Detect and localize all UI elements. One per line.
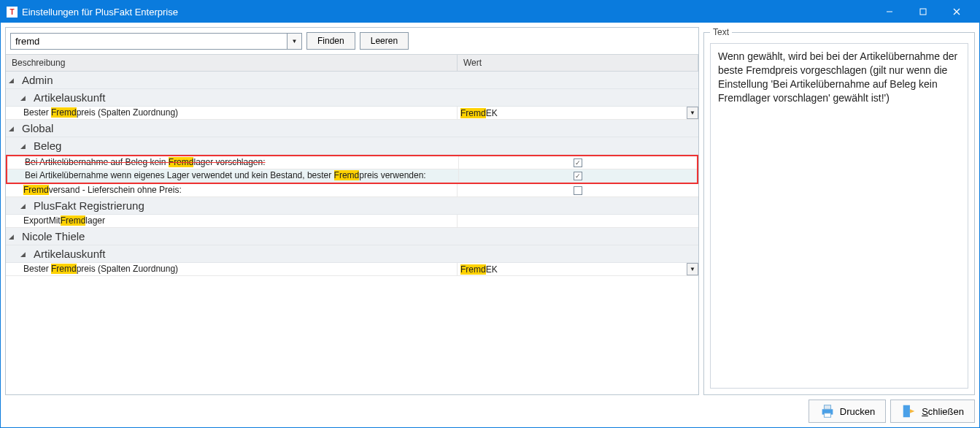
group-plusfakt-registrierung[interactable]: ◢ PlusFakt Registrierung xyxy=(6,197,698,215)
cell-wert[interactable] xyxy=(458,215,698,227)
chevron-down-icon: ◢ xyxy=(9,233,19,240)
cell-wert[interactable]: ✓ xyxy=(459,169,697,182)
close-label: Schließen xyxy=(922,406,964,417)
group-beleg[interactable]: ◢ Beleg xyxy=(6,137,698,155)
group-admin[interactable]: ◢ Admin xyxy=(6,72,698,89)
search-input[interactable] xyxy=(11,34,287,49)
chevron-down-icon: ◢ xyxy=(20,142,31,150)
description-text[interactable]: Wenn gewählt, wird bei bei der Artikelüb… xyxy=(710,43,968,389)
group-artikelauskunft-1[interactable]: ◢ Artikelauskunft xyxy=(6,89,698,107)
svg-rect-1 xyxy=(920,9,926,15)
window-title: Einstellungen für PlusFakt Enterprise xyxy=(22,7,178,18)
group-label: Artikelauskunft xyxy=(34,91,105,104)
maximize-button[interactable] xyxy=(906,1,940,23)
cell-wert[interactable]: ✓ xyxy=(459,156,697,169)
print-label: Drucken xyxy=(840,406,875,417)
search-bar: ▼ Finden Leeren xyxy=(6,28,698,54)
cell-desc: Fremdversand - Lieferschein ohne Preis: xyxy=(6,184,458,196)
checkbox-checked-icon[interactable]: ✓ xyxy=(574,172,582,180)
group-global[interactable]: ◢ Global xyxy=(6,120,698,137)
column-header-desc[interactable]: Beschreibung xyxy=(6,55,458,71)
search-input-wrap[interactable]: ▼ xyxy=(10,33,302,50)
group-nicole-thiele[interactable]: ◢ Nicole Thiele xyxy=(6,228,698,245)
checkbox-checked-icon[interactable]: ✓ xyxy=(574,158,582,167)
cell-wert[interactable]: FremdEK▼ xyxy=(458,107,698,119)
titlebar: T Einstellungen für PlusFakt Enterprise xyxy=(1,1,979,23)
settings-grid-panel: ▼ Finden Leeren Beschreibung Wert ◢ Admi… xyxy=(5,27,699,395)
svg-rect-5 xyxy=(824,405,830,410)
printer-icon xyxy=(819,403,836,419)
group-label: Global xyxy=(22,122,53,134)
row-fremdversand[interactable]: Fremdversand - Lieferschein ohne Preis: xyxy=(6,184,698,197)
chevron-down-icon: ◢ xyxy=(20,251,31,258)
group-label: Beleg xyxy=(34,140,61,152)
app-icon: T xyxy=(7,7,18,18)
text-panel-legend: Text xyxy=(710,27,732,37)
clear-button[interactable]: Leeren xyxy=(360,32,409,50)
svg-rect-6 xyxy=(824,413,830,418)
cell-wert[interactable]: FremdEK▼ xyxy=(458,263,698,275)
find-button[interactable]: Finden xyxy=(306,32,355,50)
chevron-down-icon: ◢ xyxy=(20,94,31,102)
cell-desc: Bester Fremdpreis (Spalten Zuordnung) xyxy=(6,263,458,275)
cell-wert[interactable] xyxy=(458,184,698,196)
print-button[interactable]: Drucken xyxy=(809,400,886,423)
column-header-wert[interactable]: Wert xyxy=(458,55,698,71)
cell-desc: ExportMitFremdlager xyxy=(6,215,458,227)
dropdown-icon[interactable]: ▼ xyxy=(687,107,698,119)
row-exportmitfremdlager[interactable]: ExportMitFremdlager xyxy=(6,215,698,228)
close-button[interactable] xyxy=(940,1,973,23)
highlighted-group: Bei Artikelübernahme auf Beleg kein Frem… xyxy=(6,155,698,184)
text-panel: Text Wenn gewählt, wird bei bei der Arti… xyxy=(703,27,975,395)
group-artikelauskunft-2[interactable]: ◢ Artikelauskunft xyxy=(6,245,698,263)
exit-icon xyxy=(901,403,917,419)
row-bester-fremdpreis-2[interactable]: Bester Fremdpreis (Spalten Zuordnung) Fr… xyxy=(6,263,698,276)
dropdown-icon[interactable]: ▼ xyxy=(687,263,698,275)
row-kein-fremdlager[interactable]: Bei Artikelübernahme auf Beleg kein Frem… xyxy=(7,156,697,169)
cell-desc: Bei Artikelübernahme auf Beleg kein Frem… xyxy=(7,156,459,169)
cell-desc: Bei Artikelübernahme wenn eigenes Lager … xyxy=(7,169,459,182)
close-button-footer[interactable]: Schließen xyxy=(890,400,975,423)
cell-desc: Bester Fremdpreis (Spalten Zuordnung) xyxy=(6,107,458,119)
chevron-down-icon: ◢ xyxy=(9,125,19,132)
chevron-down-icon: ◢ xyxy=(9,77,19,84)
search-dropdown-icon[interactable]: ▼ xyxy=(287,34,301,49)
group-label: Admin xyxy=(22,74,53,86)
row-bester-fremdpreis-1[interactable]: Bester Fremdpreis (Spalten Zuordnung) Fr… xyxy=(6,107,698,120)
svg-rect-7 xyxy=(903,405,910,418)
minimize-button[interactable] xyxy=(873,1,906,23)
group-label: Nicole Thiele xyxy=(22,230,85,242)
svg-marker-8 xyxy=(910,409,914,413)
row-bester-fremdpreis-verwenden[interactable]: Bei Artikelübernahme wenn eigenes Lager … xyxy=(7,169,697,183)
group-label: PlusFakt Registrierung xyxy=(34,199,144,212)
checkbox-unchecked-icon[interactable] xyxy=(574,186,582,195)
chevron-down-icon: ◢ xyxy=(20,202,31,210)
group-label: Artikelauskunft xyxy=(34,248,105,260)
footer: Drucken Schließen xyxy=(1,395,979,427)
grid-header: Beschreibung Wert xyxy=(6,54,698,72)
